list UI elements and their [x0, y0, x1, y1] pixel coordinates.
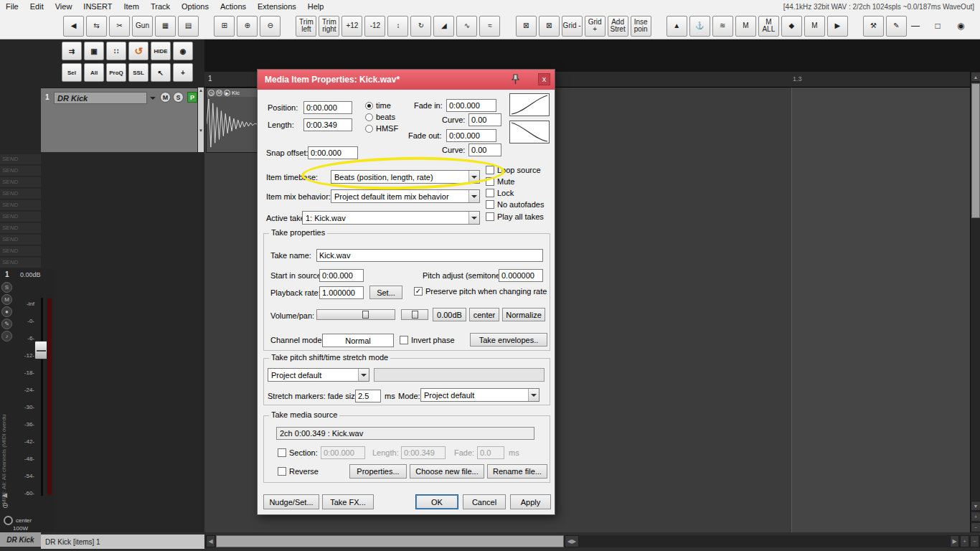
eye-icon[interactable]: ◉: [173, 42, 193, 60]
tcp-scrollbar[interactable]: ▲▼: [198, 88, 204, 152]
snap-offset-input[interactable]: [308, 146, 358, 159]
menu-file[interactable]: File: [0, 2, 24, 11]
item-mute-icon[interactable]: M: [216, 90, 222, 96]
apply-button[interactable]: Apply: [510, 494, 551, 509]
loop-source-checkbox[interactable]: Loop source: [486, 166, 541, 174]
take-fx-button[interactable]: Take FX...: [322, 494, 374, 509]
item-play-icon[interactable]: ▶: [224, 90, 230, 96]
menu-extensions[interactable]: Extensions: [252, 2, 302, 11]
cancel-button[interactable]: Cancel: [463, 494, 506, 509]
source-properties-button[interactable]: Properties...: [349, 464, 407, 479]
play-button[interactable]: ▶: [827, 16, 848, 37]
all-button[interactable]: All: [84, 63, 104, 82]
take-envelopes-button[interactable]: Take envelopes..: [470, 333, 547, 347]
item-fades-button[interactable]: ↕: [387, 16, 408, 37]
vertical-scrollbar[interactable]: ▲ ▼ + −: [970, 72, 980, 532]
vscroll-handle[interactable]: [971, 83, 980, 218]
save-icon[interactable]: ▣: [84, 42, 104, 60]
no-autofades-checkbox[interactable]: No autofades: [486, 200, 544, 209]
anchor-icon[interactable]: ⚓: [689, 16, 710, 37]
fade-out-input[interactable]: [446, 129, 496, 142]
scissors-icon[interactable]: ✂: [109, 16, 130, 37]
send-slot[interactable]: SEND: [0, 177, 41, 187]
fade-out-curve-display[interactable]: [509, 121, 550, 143]
hzoom-out-button[interactable]: −: [970, 535, 979, 547]
mixer-gain-readout[interactable]: 0.00dB: [20, 271, 41, 278]
envelope-2-button[interactable]: ≈: [479, 16, 500, 37]
item-mix-behavior-select[interactable]: Project default item mix behavior: [331, 189, 480, 203]
pan-slider[interactable]: [401, 309, 428, 320]
section-checkbox[interactable]: Section:: [278, 448, 318, 457]
hscroll-grip[interactable]: ◀▶: [565, 535, 579, 547]
zoom-in-button[interactable]: ⊕: [237, 16, 258, 37]
track-solo-button[interactable]: S: [173, 92, 184, 103]
fade-in-input[interactable]: [446, 99, 496, 112]
add-icon[interactable]: +: [173, 63, 193, 82]
master-m-button[interactable]: M: [804, 16, 825, 37]
plus-12-button[interactable]: +12: [341, 16, 362, 37]
active-take-select[interactable]: 1: Kick.wav: [302, 211, 480, 225]
monitor-m-button[interactable]: M: [735, 16, 756, 37]
cursor-icon[interactable]: ↖: [151, 63, 171, 82]
nav-back-button[interactable]: ◀: [63, 16, 84, 37]
volume-value-button[interactable]: 0.00dB: [433, 308, 466, 321]
section-fade-input[interactable]: [477, 446, 504, 459]
minus-12-button[interactable]: -12: [364, 16, 385, 37]
scroll-up-icon[interactable]: ▲: [971, 72, 980, 82]
reverse-checkbox[interactable]: Reverse: [278, 467, 319, 476]
ssl-button[interactable]: SSL: [128, 63, 149, 82]
send-slot[interactable]: SEND: [0, 212, 41, 222]
ok-button[interactable]: OK: [415, 494, 458, 509]
section-start-input[interactable]: [321, 446, 365, 459]
chevron-down-icon[interactable]: [150, 97, 156, 103]
pitch-mode-select[interactable]: Project default: [268, 368, 369, 382]
position-input[interactable]: [303, 101, 352, 114]
menu-options[interactable]: Options: [176, 2, 215, 11]
preserve-pitch-checkbox[interactable]: Preserve pitch when changing rate: [414, 287, 547, 296]
wrench-icon[interactable]: ⚒: [863, 16, 884, 37]
item-timebase-select[interactable]: Beats (position, length, rate): [331, 170, 480, 184]
send-slot[interactable]: SEND: [0, 200, 41, 210]
fade-shape-button[interactable]: ◢: [433, 16, 454, 37]
m-all-button[interactable]: M ALL: [758, 16, 779, 37]
minimize-button[interactable]: —: [907, 18, 923, 34]
take-name-input[interactable]: [316, 249, 543, 262]
grid-plus-button[interactable]: Grid +: [585, 16, 606, 37]
track-control-panel[interactable]: 1 DR Kick M S P: [41, 88, 197, 152]
insert-point-button[interactable]: Inse poin: [631, 16, 651, 37]
menu-view[interactable]: View: [50, 2, 78, 11]
radio-time[interactable]: time: [365, 101, 391, 110]
hscroll-handle[interactable]: [216, 535, 564, 547]
lock-checkbox[interactable]: Lock: [486, 189, 514, 197]
clear-2-button[interactable]: ⊠: [539, 16, 560, 37]
menu-track[interactable]: Track: [145, 2, 176, 11]
length-input[interactable]: [303, 118, 352, 131]
play-all-takes-checkbox[interactable]: Play all takes: [486, 212, 544, 221]
send-slot[interactable]: SEND: [0, 223, 41, 233]
menu-actions[interactable]: Actions: [215, 2, 252, 11]
power-button[interactable]: ◉: [953, 18, 969, 34]
sel-button[interactable]: Sel: [62, 63, 82, 82]
hide-button[interactable]: HIDE: [151, 42, 171, 60]
clear-1-button[interactable]: ⊠: [516, 16, 537, 37]
set-rate-button[interactable]: Set...: [369, 286, 402, 299]
menu-insert[interactable]: INSERT: [77, 2, 118, 11]
record-arm-button[interactable]: ●: [1, 306, 12, 317]
zoom-out-button[interactable]: ⊖: [260, 16, 281, 37]
gun-button[interactable]: Gun: [132, 16, 153, 37]
mixer-solo-button[interactable]: S: [1, 282, 12, 293]
stretch-fade-size-input[interactable]: [355, 390, 381, 402]
track-mute-button[interactable]: M: [160, 92, 171, 103]
pan-knob[interactable]: [4, 516, 13, 525]
mcp-track-label[interactable]: DR Kick: [0, 532, 41, 547]
start-in-source-input[interactable]: [319, 269, 364, 282]
normalize-button[interactable]: Normalize: [502, 308, 545, 321]
routing-icon[interactable]: ⇉: [62, 42, 82, 60]
item-clock-icon[interactable]: ◷: [208, 90, 215, 96]
maximize-button[interactable]: □: [930, 18, 946, 34]
volume-slider-thumb[interactable]: [362, 311, 369, 319]
grid-dots-icon[interactable]: ∷: [106, 42, 126, 60]
invert-phase-checkbox[interactable]: Invert phase: [400, 336, 455, 344]
metronome-button[interactable]: ◆: [781, 16, 802, 37]
arm-button[interactable]: ▲: [666, 16, 687, 37]
